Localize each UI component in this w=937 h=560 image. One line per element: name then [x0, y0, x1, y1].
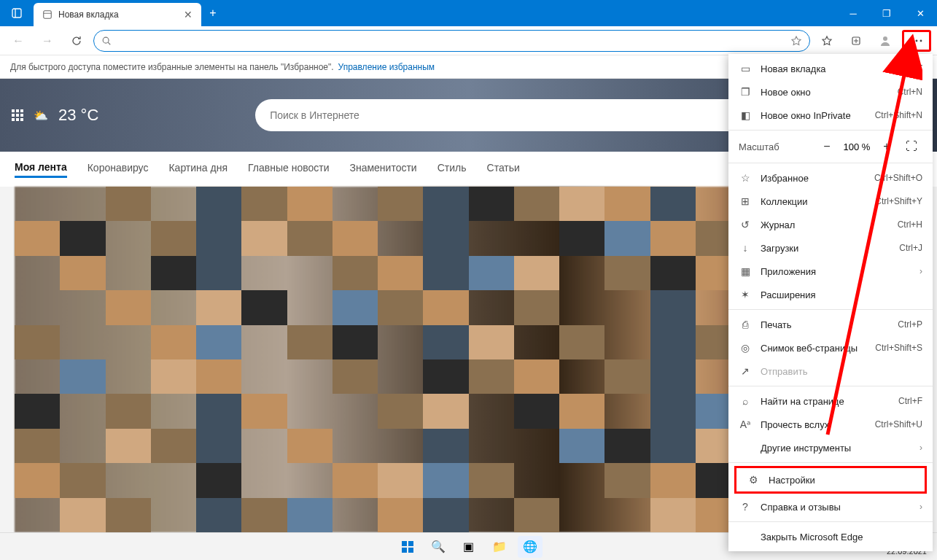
profile-button[interactable] — [873, 29, 898, 52]
menu-print[interactable]: ⎙ПечатьCtrl+P — [728, 313, 933, 336]
feed-tab-style[interactable]: Стиль — [438, 162, 467, 176]
svg-rect-17 — [402, 541, 407, 546]
new-tab-button[interactable]: + — [201, 0, 225, 26]
more-menu-button[interactable] — [902, 30, 931, 52]
collections-button[interactable] — [844, 29, 868, 52]
collections-icon — [850, 35, 862, 47]
settings-menu: ▭Новая вкладкаCtrl+T ❐Новое окноCtrl+N ◧… — [728, 54, 933, 551]
tab-actions-button[interactable] — [0, 0, 34, 26]
feed-tab-news[interactable]: Главные новости — [248, 162, 329, 176]
svg-rect-2 — [44, 11, 52, 19]
feed-tab-picture[interactable]: Картина дня — [168, 162, 228, 176]
menu-capture[interactable]: ◎Снимок веб-страницыCtrl+Shift+S — [728, 336, 933, 359]
menu-extensions[interactable]: ✶Расширения — [728, 283, 933, 306]
help-icon: ? — [739, 500, 752, 513]
apps-icon: ▦ — [739, 265, 752, 278]
tab-actions-icon — [11, 7, 23, 19]
menu-close-edge[interactable]: Закрыть Microsoft Edge — [728, 525, 933, 548]
favorites-hint: Для быстрого доступа поместите избранные… — [10, 62, 334, 72]
feed-tab-celebs[interactable]: Знаменитости — [349, 162, 416, 176]
svg-point-4 — [103, 37, 109, 43]
svg-point-9 — [883, 36, 887, 41]
svg-rect-18 — [408, 541, 413, 546]
menu-find[interactable]: ⌕Найти на страницеCtrl+F — [728, 389, 933, 413]
close-tab-button[interactable]: ✕ — [184, 9, 193, 20]
share-icon: ↗ — [739, 365, 752, 378]
svg-point-10 — [911, 39, 914, 42]
svg-point-11 — [916, 39, 918, 42]
menu-new-window[interactable]: ❐Новое окноCtrl+N — [728, 80, 933, 104]
reload-button[interactable] — [64, 29, 89, 52]
web-search-box[interactable] — [255, 99, 780, 131]
weather-icon[interactable]: ⛅ — [34, 109, 48, 122]
svg-rect-20 — [408, 548, 413, 553]
history-icon: ↺ — [739, 218, 752, 231]
menu-zoom-row: Масштаб − 100 % + ⛶ — [728, 133, 933, 160]
manage-favorites-link[interactable]: Управление избранным — [338, 62, 435, 72]
task-view-button[interactable]: ▣ — [456, 536, 481, 558]
chevron-right-icon: › — [919, 266, 922, 276]
minimize-button[interactable]: ─ — [836, 0, 870, 26]
menu-more-tools[interactable]: Другие инструменты› — [728, 436, 933, 459]
feed-tab-my-feed[interactable]: Моя лента — [15, 161, 67, 178]
svg-line-5 — [108, 42, 110, 44]
apps-launcher-icon[interactable] — [12, 109, 23, 121]
page-icon — [42, 9, 53, 20]
gear-icon: ⚙ — [747, 473, 760, 486]
start-button[interactable] — [395, 536, 420, 558]
zoom-value: 100 % — [841, 141, 873, 152]
temperature: 23 °C — [58, 106, 98, 125]
search-button[interactable]: 🔍 — [426, 536, 451, 558]
menu-downloads[interactable]: ↓ЗагрузкиCtrl+J — [728, 236, 933, 260]
fullscreen-button[interactable]: ⛶ — [901, 136, 922, 158]
favorite-star-icon[interactable] — [790, 35, 802, 47]
maximize-button[interactable]: ❐ — [870, 0, 903, 26]
window-icon: ❐ — [739, 85, 752, 98]
puzzle-icon: ✶ — [739, 288, 752, 301]
chevron-right-icon: › — [919, 443, 922, 453]
star-icon: ☆ — [739, 171, 752, 184]
menu-help[interactable]: ?Справка и отзывы› — [728, 495, 933, 518]
collections-icon: ⊞ — [739, 195, 752, 208]
inprivate-icon: ◧ — [739, 109, 752, 122]
edge-button[interactable]: 🌐 — [518, 536, 543, 558]
forward-button[interactable]: → — [35, 29, 60, 52]
camera-icon: ◎ — [739, 341, 752, 354]
browser-tab[interactable]: Новая вкладка ✕ — [34, 3, 201, 26]
menu-apps[interactable]: ▦Приложения› — [728, 260, 933, 283]
svg-rect-0 — [12, 9, 21, 18]
menu-history[interactable]: ↺ЖурналCtrl+H — [728, 213, 933, 236]
browser-toolbar: ← → — [0, 26, 937, 55]
window-icon: ▭ — [739, 62, 752, 75]
read-icon: Aᵃ — [739, 418, 752, 431]
web-search-input[interactable] — [270, 109, 751, 121]
chevron-right-icon: › — [919, 502, 922, 512]
menu-settings[interactable]: ⚙Настройки — [736, 468, 925, 491]
windows-icon — [401, 540, 414, 553]
window-titlebar: Новая вкладка ✕ + ─ ❐ ✕ — [0, 0, 937, 26]
download-icon: ↓ — [739, 241, 752, 254]
zoom-in-button[interactable]: + — [876, 136, 898, 158]
profile-icon — [879, 34, 892, 47]
feed-tab-articles[interactable]: Статьи — [487, 162, 520, 176]
menu-new-tab[interactable]: ▭Новая вкладкаCtrl+T — [728, 57, 933, 80]
star-icon — [821, 35, 833, 47]
address-input[interactable] — [117, 35, 785, 46]
feed-tab-coronavirus[interactable]: Коронавирус — [88, 162, 149, 176]
menu-collections[interactable]: ⊞КоллекцииCtrl+Shift+Y — [728, 190, 933, 213]
menu-share: ↗Отправить — [728, 359, 933, 383]
search-icon: ⌕ — [739, 394, 752, 408]
print-icon: ⎙ — [739, 318, 752, 331]
ellipsis-icon — [911, 39, 922, 42]
favorites-button[interactable] — [814, 29, 839, 52]
tab-title: Новая вкладка — [58, 9, 119, 20]
back-button[interactable]: ← — [6, 29, 31, 52]
explorer-button[interactable]: 📁 — [487, 536, 512, 558]
menu-favorites[interactable]: ☆ИзбранноеCtrl+Shift+O — [728, 166, 933, 190]
reload-icon — [71, 35, 82, 47]
menu-new-inprivate[interactable]: ◧Новое окно InPrivateCtrl+Shift+N — [728, 104, 933, 127]
address-bar[interactable] — [93, 30, 810, 52]
close-window-button[interactable]: ✕ — [903, 0, 937, 26]
menu-read-aloud[interactable]: AᵃПрочесть вслухCtrl+Shift+U — [728, 413, 933, 436]
zoom-out-button[interactable]: − — [816, 136, 838, 158]
